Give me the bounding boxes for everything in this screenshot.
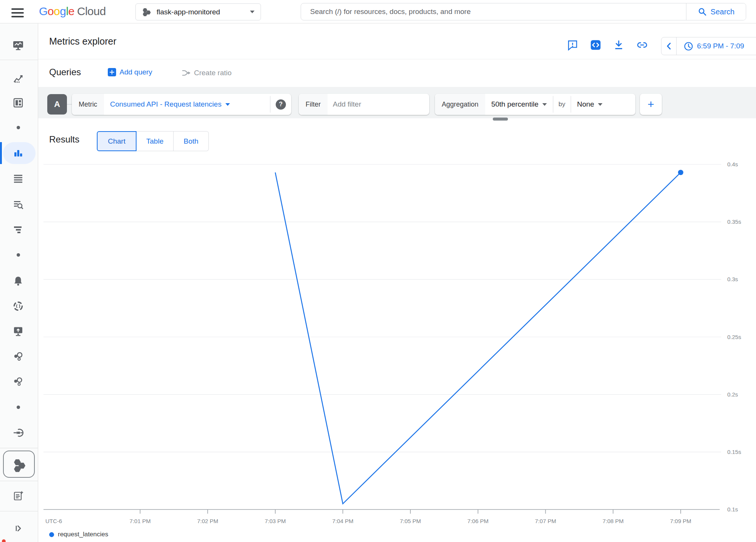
legend-dot-icon [49, 532, 54, 537]
svg-text:7:01 PM: 7:01 PM [130, 518, 151, 524]
sidebar [0, 23, 38, 542]
search-button-label: Search [711, 8, 734, 16]
expand-panel-icon[interactable] [13, 523, 23, 534]
legend-item[interactable]: request_latencies [49, 531, 108, 538]
main-content: Metrics explorer 6:59 PM - 7:09 [38, 23, 756, 542]
sidebar-selected-indicator [0, 142, 2, 164]
svg-text:0.25s: 0.25s [727, 334, 741, 340]
badge-connector [67, 104, 72, 105]
menu-icon[interactable] [11, 8, 24, 16]
svg-text:7:02 PM: 7:02 PM [197, 518, 218, 524]
metric-value: Consumed API - Request latencies [110, 100, 222, 108]
latency-chart: 0.4s0.35s0.3s0.25s0.2s0.15s0.1s7:01 PM7:… [38, 155, 756, 542]
queries-title: Queries [49, 67, 81, 77]
groups-icon[interactable] [13, 351, 23, 362]
toggle-chart[interactable]: Chart [97, 131, 137, 151]
project-selector[interactable]: flask-app-monitored [135, 3, 261, 20]
download-icon[interactable] [613, 39, 625, 51]
filter-chip-label: Filter [299, 94, 328, 115]
sidebar-dot-icon [17, 126, 20, 129]
svg-text:7:07 PM: 7:07 PM [535, 518, 556, 524]
query-builder: A Metric Consumed API - Request latencie… [38, 87, 756, 118]
sidebar-divider [0, 511, 38, 511]
google-logo-cloud: Cloud [77, 5, 106, 17]
alerting-icon[interactable] [13, 276, 23, 286]
aggregation-selector[interactable]: 50th percentile [485, 94, 553, 115]
integrations-icon[interactable] [13, 301, 23, 311]
svg-text:0.2s: 0.2s [727, 391, 738, 398]
svg-text:7:08 PM: 7:08 PM [602, 518, 624, 524]
project-name: flask-app-monitored [157, 8, 220, 16]
add-query-button[interactable]: Add query [108, 68, 152, 76]
release-notes-icon[interactable] [13, 491, 23, 501]
page-header: Metrics explorer 6:59 PM - 7:09 [38, 23, 756, 59]
chart-plot[interactable]: 0.4s0.35s0.3s0.25s0.2s0.15s0.1s7:01 PM7:… [38, 155, 756, 542]
aggregation-caret-icon [542, 103, 547, 106]
chip-divider [270, 96, 270, 113]
search-icon [698, 7, 707, 16]
queries-row: Queries Add query Create ratio [38, 60, 756, 87]
metrics-explorer-icon[interactable] [13, 148, 23, 158]
svg-text:0.35s: 0.35s [727, 218, 741, 225]
aggregation-value: 50th percentile [491, 100, 539, 108]
feedback-icon[interactable] [567, 39, 579, 51]
topbar: GoogleCloud flask-app-monitored Search [0, 0, 756, 23]
by-label: by [553, 94, 571, 115]
services-icon[interactable] [13, 376, 23, 387]
panel-drag-handle[interactable] [493, 118, 508, 121]
toggle-table[interactable]: Table [137, 131, 174, 151]
dashboards-icon[interactable] [13, 98, 23, 108]
hexagons-product-icon[interactable] [3, 451, 35, 478]
help-icon[interactable]: ? [276, 99, 286, 110]
svg-text:7:05 PM: 7:05 PM [400, 518, 421, 524]
uptime-checks-icon[interactable] [13, 326, 23, 336]
sidebar-divider [0, 60, 38, 60]
sidebar-divider [0, 448, 38, 448]
metrics-explorer-page: GoogleCloud flask-app-monitored Search [0, 0, 756, 542]
sidebar-divider [0, 481, 38, 481]
group-by-selector[interactable]: None [571, 94, 635, 115]
chevron-left-icon[interactable] [661, 37, 677, 55]
project-caret-icon [250, 11, 255, 13]
create-ratio-label: Create ratio [194, 69, 231, 77]
time-range-button[interactable]: 6:59 PM - 7:09 [677, 41, 744, 51]
metric-chip-label: Metric [72, 94, 104, 115]
recording-dot [2, 539, 6, 542]
link-icon[interactable] [636, 39, 649, 51]
add-aggregation-step-button[interactable]: + [640, 94, 662, 115]
svg-text:7:09 PM: 7:09 PM [670, 518, 691, 524]
project-hexagons-icon [142, 7, 152, 17]
create-ratio-button[interactable]: Create ratio [182, 68, 231, 78]
monitoring-logo-icon[interactable] [13, 40, 23, 51]
metrics-management-icon[interactable] [13, 173, 23, 184]
metric-selector[interactable]: Consumed API - Request latencies [104, 94, 270, 115]
query-letter-badge[interactable]: A [47, 94, 67, 115]
search-button[interactable]: Search [686, 3, 746, 20]
clock-icon [683, 41, 694, 51]
results-row: Results Chart Table Both [38, 125, 756, 155]
metric-chip: Metric Consumed API - Request latencies … [72, 94, 291, 115]
logs-explorer-icon[interactable] [13, 200, 23, 210]
aggregation-chip-label: Aggregation [435, 94, 485, 115]
page-title: Metrics explorer [49, 23, 116, 59]
aggregation-chip: Aggregation 50th percentile by None [435, 94, 635, 115]
add-query-label: Add query [120, 68, 152, 76]
results-title: Results [49, 134, 79, 145]
arrow-into-circle-icon[interactable] [13, 427, 23, 438]
time-range-label: 6:59 PM - 7:09 [697, 42, 744, 50]
overview-icon[interactable] [13, 73, 23, 84]
global-search: Search [301, 3, 746, 20]
filter-input[interactable] [328, 94, 418, 115]
search-input[interactable] [301, 3, 686, 20]
toggle-both[interactable]: Both [174, 131, 209, 151]
svg-text:0.1s: 0.1s [727, 506, 738, 513]
google-logo-brand: Google [39, 5, 75, 17]
sidebar-dot-icon [17, 406, 20, 409]
code-icon[interactable] [590, 39, 602, 51]
time-range-group: 6:59 PM - 7:09 [661, 37, 756, 55]
svg-text:7:03 PM: 7:03 PM [265, 518, 286, 524]
legend-label: request_latencies [58, 531, 108, 538]
google-cloud-logo: GoogleCloud [39, 5, 106, 18]
trace-explorer-icon[interactable] [13, 225, 23, 235]
svg-text:7:04 PM: 7:04 PM [332, 518, 354, 524]
